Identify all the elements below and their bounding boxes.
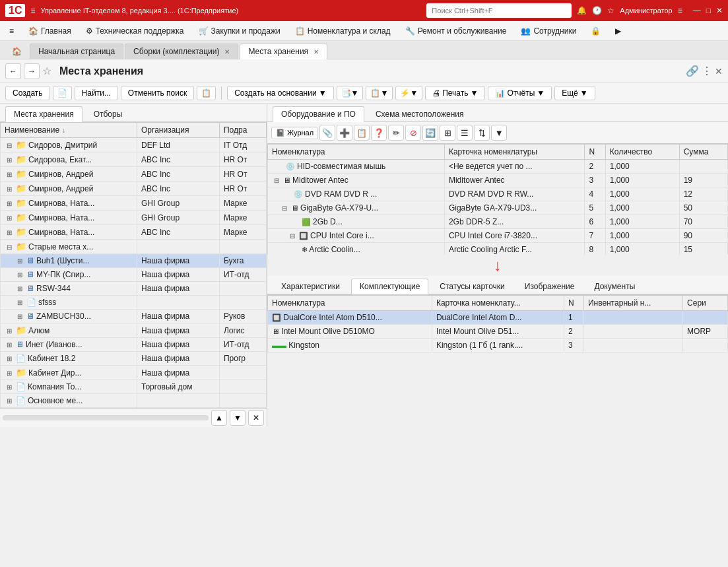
table-icon-button[interactable]: 📋 xyxy=(197,86,216,100)
bottom-table-scroll[interactable]: Номенклатура Карточка номенклату... N Ин… xyxy=(267,295,728,428)
reports-button[interactable]: 📊 Отчёты ▼ xyxy=(488,86,552,100)
refresh-icon-button[interactable]: 📄 xyxy=(53,86,72,100)
tree-expand-icon[interactable]: ⊞ xyxy=(7,397,12,405)
left-table-row[interactable]: ⊟ 📁 Старые места х... xyxy=(1,240,267,254)
top-table-row[interactable]: ⊟ 🖥 GigaByte GA-X79-U... GigaByte GA-X79… xyxy=(268,201,728,215)
col-org-header[interactable]: Организация xyxy=(137,123,220,138)
bot-col-inv[interactable]: Инвентарный н... xyxy=(583,295,682,310)
bot-col-seri[interactable]: Сери xyxy=(683,295,728,310)
grid-icon-button[interactable]: ⊞ xyxy=(440,125,455,141)
bottom-tab-statuses[interactable]: Статусы карточки xyxy=(431,279,513,294)
menu-item-nomenclature[interactable]: 📋 Номенклатура и склад xyxy=(288,24,397,38)
star-icon[interactable]: ☆ xyxy=(607,6,614,15)
left-table-row[interactable]: ⊞ 📁 Смирнова, Ната... ABC Inc Марке xyxy=(1,225,267,240)
history-icon[interactable]: 🕐 xyxy=(592,6,602,15)
top-table-row[interactable]: 💿 HID-совместимая мышь <Не ведется учет … xyxy=(268,160,728,174)
tree-expand-icon[interactable]: ⊞ xyxy=(7,327,12,335)
close-icon[interactable]: ✕ xyxy=(716,6,723,15)
left-table-row[interactable]: ⊟ 📁 Сидоров, Дмитрий DEF Ltd IT Отд xyxy=(1,138,267,152)
tree-expand-icon[interactable]: ⊞ xyxy=(17,271,22,279)
subtab-filters[interactable]: Отборы xyxy=(85,106,131,121)
left-table-row[interactable]: ⊞ 🖥 Buh1 (Шусти... Наша фирма Бухга xyxy=(1,254,267,268)
top-tree-expand-icon[interactable]: ⊟ xyxy=(290,232,295,240)
icon-btn-3[interactable]: ⚡▼ xyxy=(395,86,422,100)
edit-icon-button[interactable]: ✏ xyxy=(388,125,404,141)
bot-col-card[interactable]: Карточка номенклату... xyxy=(432,295,564,310)
top-table-scroll[interactable]: Номенклатура Карточка номенклатуры N Кол… xyxy=(267,144,728,255)
more-icon-button[interactable]: ▼ xyxy=(491,125,507,141)
tab-assemblies-close[interactable]: ✕ xyxy=(224,48,230,55)
more-button[interactable]: Ещё ▼ xyxy=(554,86,595,100)
left-table-row[interactable]: ⊞ 🖥 RSW-344 Наша фирма xyxy=(1,282,267,296)
search-input[interactable] xyxy=(426,3,572,18)
menu-item-lock[interactable]: 🔒 xyxy=(584,24,607,38)
top-table-row[interactable]: 🟩 2Gb D... 2Gb DDR-5 Z... 6 1,000 70 xyxy=(268,215,728,229)
col-name-header[interactable]: Наименование ↓ xyxy=(1,123,137,138)
left-table-row[interactable]: ⊞ 🖥 MY-ПК (Спир... Наша фирма ИТ-отд xyxy=(1,268,267,282)
settings-icon[interactable]: ≡ xyxy=(678,6,682,15)
tree-expand-icon[interactable]: ⊞ xyxy=(7,370,12,377)
delete-button[interactable]: ✕ xyxy=(248,410,264,426)
icon-btn-2[interactable]: 📋▼ xyxy=(366,86,393,100)
bottom-tab-characteristics[interactable]: Характеристики xyxy=(273,279,348,294)
menu-item-home[interactable]: 🏠 Главная xyxy=(22,24,78,38)
left-table-row[interactable]: ⊞ 📁 Смирнова, Ната... GHI Group Марке xyxy=(1,196,267,211)
col-dept-header[interactable]: Подра xyxy=(219,123,266,138)
menu-item-repair[interactable]: 🔧 Ремонт и обслуживание xyxy=(399,24,513,38)
left-table-row[interactable]: ⊞ 📄 Основное ме... xyxy=(1,394,267,408)
tree-expand-icon[interactable]: ⊞ xyxy=(7,215,12,222)
tab-home-page[interactable]: Начальная страница xyxy=(30,44,123,59)
list-icon-button[interactable]: ☰ xyxy=(457,125,473,141)
top-col-qty[interactable]: Количество xyxy=(605,145,679,160)
tab-storage-close[interactable]: ✕ xyxy=(314,48,319,55)
menu-item-hamburger[interactable]: ≡ xyxy=(3,24,20,38)
create-button[interactable]: Создать xyxy=(5,86,50,100)
tree-expand-icon[interactable]: ⊞ xyxy=(17,299,22,306)
bottom-tab-image[interactable]: Изображение xyxy=(516,279,583,294)
tree-expand-icon[interactable]: ⊟ xyxy=(7,142,12,149)
filter-icon-button[interactable]: ⇅ xyxy=(474,125,490,141)
maximize-icon[interactable]: □ xyxy=(706,6,711,15)
top-tree-expand-icon[interactable]: ⊟ xyxy=(282,205,287,212)
menu-item-more[interactable]: ▶ xyxy=(609,24,628,38)
tree-expand-icon[interactable]: ⊟ xyxy=(7,244,12,251)
tree-expand-icon[interactable]: ⊞ xyxy=(7,185,12,193)
page-close-icon[interactable]: ✕ xyxy=(715,66,723,77)
find-button[interactable]: Найти... xyxy=(75,86,118,100)
journal-button[interactable]: 📓 Журнал xyxy=(271,127,318,139)
bottom-table-row[interactable]: 🔲 DualCore Intel Atom D510... DualCore I… xyxy=(268,310,728,324)
tree-expand-icon[interactable]: ⊞ xyxy=(17,285,22,292)
left-table-row[interactable]: ⊞ 📄 Компания То... Торговый дом xyxy=(1,380,267,394)
top-table-row[interactable]: ⊟ 🖥 Miditower Antec Miditower Antec 3 1,… xyxy=(268,174,728,187)
bottom-tab-documents[interactable]: Документы xyxy=(585,279,644,294)
left-table-row[interactable]: ⊞ 📄 sfsss xyxy=(1,296,267,310)
tree-expand-icon[interactable]: ⊞ xyxy=(7,171,12,178)
bot-col-n[interactable]: N xyxy=(564,295,583,310)
copy-icon-button[interactable]: 📋 xyxy=(354,125,370,141)
menu-item-purchases[interactable]: 🛒 Закупки и продажи xyxy=(192,24,287,38)
refresh-icon-button[interactable]: 🔄 xyxy=(422,125,438,141)
tab-assemblies[interactable]: Сборки (комплектации) ✕ xyxy=(125,44,238,59)
move-up-button[interactable]: ▲ xyxy=(211,410,227,426)
tree-expand-icon[interactable]: ⊞ xyxy=(7,156,12,164)
move-down-button[interactable]: ▼ xyxy=(230,410,246,426)
tab-home-icon[interactable]: 🏠 xyxy=(5,44,28,59)
minimize-icon[interactable]: — xyxy=(693,6,701,15)
icon-btn-1[interactable]: 📑▼ xyxy=(337,86,364,100)
left-table-area[interactable]: Наименование ↓ Организация Подра ⊟ 📁 Сид… xyxy=(0,122,267,408)
subtab-storage[interactable]: Места хранения xyxy=(5,106,83,122)
left-table-row[interactable]: ⊞ 📄 Кабинет 18.2 Наша фирма Прогр xyxy=(1,352,267,366)
tree-expand-icon[interactable]: ⊞ xyxy=(7,355,12,362)
bottom-table-row[interactable]: ▬▬ Kingston Kingston (1 Гб (1 rank.... 3 xyxy=(268,338,728,352)
tree-expand-icon[interactable]: ⊞ xyxy=(7,229,12,236)
top-col-sum[interactable]: Сумма xyxy=(679,145,727,160)
left-table-row[interactable]: ⊞ 📁 Смирнов, Андрей ABC Inc HR От xyxy=(1,167,267,182)
hamburger-icon[interactable]: ≡ xyxy=(30,6,35,15)
print-button[interactable]: 🖨 Печать ▼ xyxy=(425,86,485,100)
top-col-nomenclature[interactable]: Номенклатура xyxy=(268,145,445,160)
top-table-row[interactable]: ❄ Arctic Coolin... Arctic Cooling Arctic… xyxy=(268,243,728,255)
attach-icon-button[interactable]: 📎 xyxy=(319,125,335,141)
bell-icon[interactable]: 🔔 xyxy=(577,6,587,15)
create-based-button[interactable]: Создать на основании ▼ xyxy=(227,86,333,100)
link-icon[interactable]: 🔗 xyxy=(686,65,699,77)
